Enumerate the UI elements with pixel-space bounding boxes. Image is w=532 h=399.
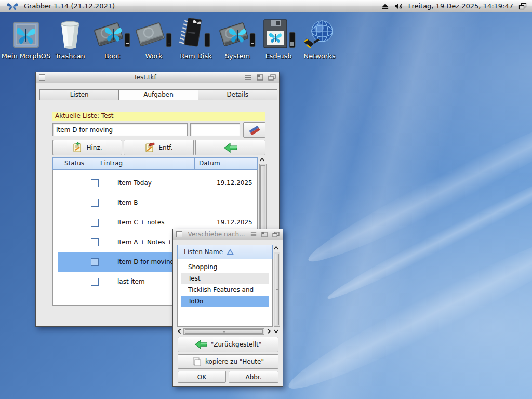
dialog-title: Verschiebe nach... — [182, 231, 250, 238]
screens-depth-icon[interactable] — [518, 3, 527, 10]
tab-strip: Listen Aufgaben Details — [39, 89, 277, 100]
wallpaper-streak — [324, 158, 532, 307]
task-date: 19.12.2025 — [217, 179, 252, 187]
eraser-icon — [248, 125, 261, 135]
ok-button[interactable]: OK — [178, 371, 226, 383]
column-header-status[interactable]: Status — [52, 157, 96, 170]
window-zoom-icon[interactable] — [261, 232, 268, 237]
secondary-input[interactable] — [190, 123, 240, 136]
status-checkbox[interactable] — [91, 219, 99, 227]
remove-button[interactable]: Entf. — [124, 140, 194, 155]
postponed-button[interactable]: "Zurückgestellt" — [178, 337, 278, 352]
scrollbar-thumb[interactable] — [275, 254, 279, 325]
scroll-up-icon[interactable] — [259, 156, 265, 163]
tab-listen[interactable]: Listen — [40, 90, 118, 100]
clear-button[interactable] — [243, 122, 265, 138]
task-date: 19.12.2025 — [217, 219, 252, 226]
tab-details[interactable]: Details — [198, 90, 277, 100]
cancel-button[interactable]: Abbr. — [229, 371, 278, 383]
list-item[interactable]: Ticklish Features and Bugs — [181, 284, 269, 296]
wallpaper-streak — [301, 100, 532, 274]
copy-pages-icon — [192, 357, 202, 366]
close-icon[interactable] — [39, 74, 45, 81]
menubar-clock: Freitag, 19 Dez 2025, 14:19:47 — [408, 2, 513, 10]
window-menu-icon[interactable] — [250, 232, 257, 237]
remove-button-label: Entf. — [158, 144, 172, 151]
list-column-header[interactable]: Listen Name — [177, 245, 273, 259]
add-button-label: Hinz. — [86, 144, 102, 151]
wallpaper-streak — [281, 215, 532, 399]
copy-to-today-button[interactable]: kopiere zu "Heute" — [178, 354, 278, 369]
green-arrow-left-icon — [224, 143, 237, 153]
task-entry: Item Today — [117, 179, 152, 187]
lists-listbox: Shopping Test Ticklish Features and Bugs… — [177, 259, 273, 327]
task-entry: Item D for moving — [117, 258, 174, 265]
scroll-left-icon[interactable] — [176, 328, 183, 335]
status-checkbox[interactable] — [91, 278, 99, 286]
scrollbar-thumb[interactable] — [185, 329, 263, 334]
desktop-icon-mein-morphos[interactable]: Mein MorphOS — [1, 16, 51, 60]
network-globe-icon — [295, 16, 344, 50]
scroll-up-icon[interactable] — [273, 245, 280, 251]
table-header: Status Eintrag Datum — [52, 157, 258, 170]
add-button[interactable]: Hinz. — [52, 140, 122, 155]
dialog-vertical-scrollbar[interactable] — [274, 252, 280, 327]
column-header-eintrag[interactable]: Eintrag — [96, 157, 195, 170]
screen-title: Grabber 1.14 (21.12.2021) — [24, 2, 115, 10]
note-add-icon — [72, 142, 83, 153]
speaker-icon[interactable] — [394, 3, 403, 10]
status-checkbox[interactable] — [91, 238, 99, 246]
window-depth-icon[interactable] — [268, 74, 276, 81]
current-list-banner: Aktuelle Liste: Test — [52, 112, 265, 121]
note-remove-icon — [144, 142, 155, 153]
list-item-selected[interactable]: ToDo — [181, 296, 269, 307]
sort-ascending-icon — [227, 249, 234, 255]
postponed-button-label: "Zurückgestellt" — [211, 341, 262, 348]
window-depth-icon[interactable] — [272, 232, 280, 237]
scroll-right-icon[interactable] — [265, 328, 272, 335]
status-checkbox[interactable] — [91, 199, 99, 207]
column-header-datum[interactable]: Datum — [195, 157, 231, 170]
dialog-titlebar[interactable]: Verschiebe nach... — [173, 229, 283, 240]
list-item[interactable]: Shopping — [181, 261, 269, 273]
menubar: Grabber 1.14 (21.12.2021) Freitag, 19 De… — [0, 0, 532, 12]
close-icon[interactable] — [176, 231, 182, 237]
green-arrow-left-icon — [195, 340, 207, 349]
list-item[interactable]: Test — [181, 273, 269, 284]
eject-icon[interactable] — [381, 3, 389, 10]
window-menu-icon[interactable] — [245, 75, 252, 81]
desktop-icon-networks[interactable]: Networks — [295, 16, 344, 60]
main-window-titlebar[interactable]: Test.tkf — [36, 72, 279, 83]
desktop-icon-label: Networks — [295, 52, 344, 60]
window-zoom-icon[interactable] — [257, 74, 263, 81]
entry-input[interactable] — [52, 123, 188, 136]
glass-cube-butterfly-icon — [1, 16, 51, 50]
task-entry: last item — [117, 278, 145, 285]
tab-aufgaben[interactable]: Aufgaben — [119, 90, 197, 100]
desktop-icon-label: Mein MorphOS — [1, 52, 51, 60]
table-row[interactable]: Item B — [58, 193, 252, 212]
task-entry: Item C + notes — [117, 219, 164, 226]
cancel-button-label: Abbr. — [245, 374, 261, 381]
morphos-butterfly-logo-icon[interactable] — [6, 2, 19, 11]
desktop: { "menubar": { "app_title": "Grabber 1.1… — [0, 0, 532, 399]
window-title: Test.tkf — [45, 74, 245, 81]
task-entry: Item B — [117, 199, 138, 206]
column-header-empty[interactable] — [231, 157, 258, 170]
list-header-label: Listen Name — [184, 248, 223, 256]
table-row[interactable]: Item Today 19.12.2025 — [58, 173, 252, 193]
status-checkbox[interactable] — [91, 258, 99, 266]
scroll-down-icon[interactable] — [273, 328, 280, 335]
move-dialog: Verschiebe nach... Listen Name Shopping … — [172, 229, 283, 387]
status-checkbox[interactable] — [91, 179, 99, 187]
move-back-button[interactable] — [195, 140, 265, 155]
copy-to-today-button-label: kopiere zu "Heute" — [205, 358, 264, 365]
dialog-horizontal-scrollbar[interactable] — [183, 328, 264, 335]
ok-button-label: OK — [197, 374, 206, 381]
